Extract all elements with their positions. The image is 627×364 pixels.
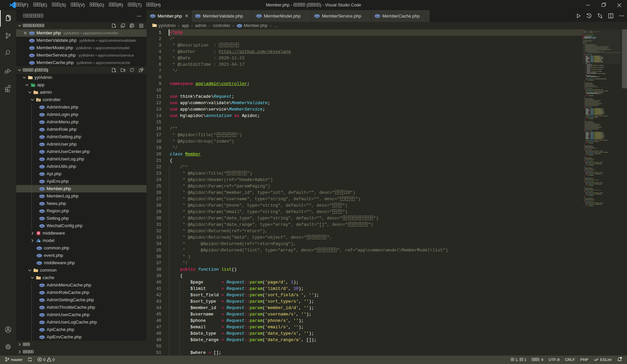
svg-text:php: php [40, 329, 44, 331]
svg-text:php: php [40, 173, 44, 175]
svg-text:php: php [30, 32, 33, 34]
svg-text:php: php [40, 314, 44, 316]
svg-text:php: php [40, 121, 44, 123]
svg-text:php: php [40, 181, 44, 183]
svg-text:php: php [38, 262, 41, 264]
svg-text:php: php [38, 255, 41, 257]
svg-text:php: php [30, 40, 33, 42]
svg-text:php: php [196, 15, 199, 17]
svg-text:php: php [151, 15, 154, 17]
svg-text:php: php [40, 322, 44, 324]
svg-text:php: php [40, 299, 44, 301]
svg-text:php: php [40, 144, 44, 146]
svg-text:php: php [40, 195, 44, 198]
svg-text:php: php [40, 218, 44, 220]
svg-text:php: php [30, 47, 33, 49]
svg-text:php: php [40, 203, 44, 205]
svg-text:php: php [376, 15, 379, 17]
svg-text:php: php [40, 210, 44, 212]
svg-text:php: php [316, 15, 319, 17]
svg-text:php: php [40, 136, 44, 138]
svg-text:php: php [30, 55, 33, 57]
svg-text:php: php [40, 114, 44, 116]
svg-text:php: php [40, 225, 44, 227]
svg-text:php: php [40, 188, 44, 190]
svg-text:php: php [40, 129, 44, 131]
svg-text:php: php [257, 15, 261, 17]
svg-text:php: php [40, 151, 44, 153]
svg-text:php: php [40, 284, 44, 286]
svg-text:php: php [40, 307, 44, 309]
svg-text:php: php [40, 158, 44, 160]
svg-text:php: php [40, 166, 44, 168]
svg-text:php: php [40, 292, 44, 294]
svg-text:php: php [38, 247, 41, 249]
svg-text:php: php [30, 62, 33, 64]
svg-text:php: php [40, 336, 44, 338]
svg-text:php: php [238, 25, 241, 27]
svg-text:php: php [40, 107, 44, 109]
